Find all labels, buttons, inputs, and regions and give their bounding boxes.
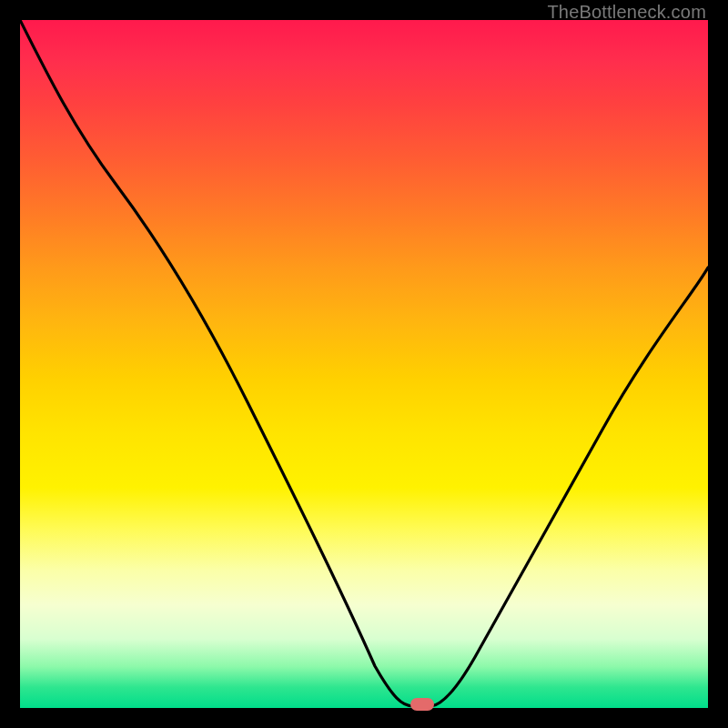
bottleneck-curve [20, 20, 708, 708]
chart-plot-area [20, 20, 708, 708]
chart-frame: TheBottleneck.com [0, 0, 728, 728]
attribution-text: TheBottleneck.com [547, 2, 706, 23]
curve-path [20, 20, 708, 706]
optimal-point-marker [410, 698, 434, 711]
